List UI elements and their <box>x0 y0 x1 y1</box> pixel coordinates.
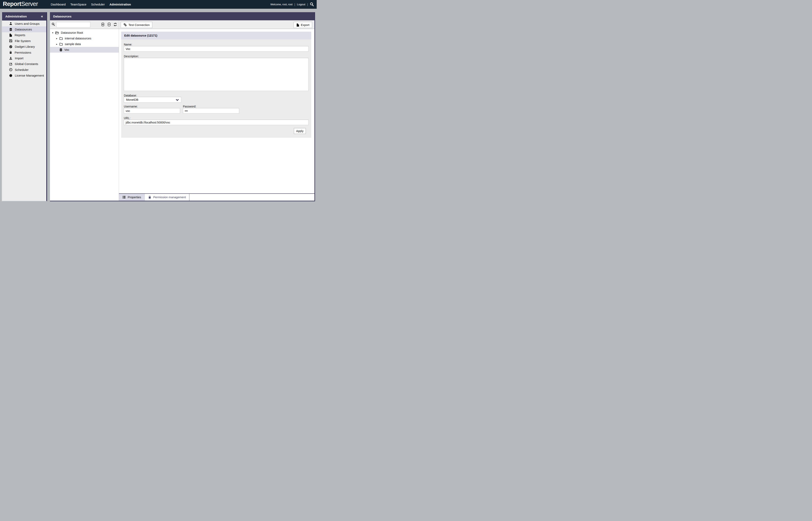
nav-item-teamspace[interactable]: TeamSpace <box>70 3 86 6</box>
nav-item-scheduler[interactable]: Scheduler <box>91 3 105 6</box>
database-icon <box>9 28 13 31</box>
sidebar-item-datasources[interactable]: Datasources <box>2 26 46 32</box>
logout-link[interactable]: Logout <box>297 3 305 6</box>
caret-right-icon[interactable]: ▸ <box>56 37 59 40</box>
sidebar-item-label: Datasources <box>15 28 32 31</box>
logo-light: Server <box>21 1 38 7</box>
search-icon[interactable] <box>310 2 314 6</box>
caret-down-icon[interactable]: ▾ <box>52 31 55 34</box>
tree-node-internal-datasources[interactable]: ▸ internal datasources <box>50 36 119 41</box>
collapse-all-icon <box>107 23 111 26</box>
sidebar-item-label: File System <box>15 39 31 43</box>
sidebar-item-scheduler[interactable]: Scheduler <box>2 67 46 72</box>
export-button[interactable]: Export <box>293 22 312 28</box>
chevron-down-icon <box>176 99 179 101</box>
app-logo: ReportServer <box>3 1 38 7</box>
sidebar-item-global-constants[interactable]: Global Constants <box>2 61 46 67</box>
expand-all-button[interactable] <box>100 23 105 27</box>
sidebar-collapse-icon[interactable]: « <box>41 14 43 19</box>
password-field[interactable] <box>183 108 239 114</box>
refresh-button[interactable] <box>113 23 117 27</box>
sidebar-item-label: Scheduler <box>15 68 29 71</box>
tree-node-sample-data[interactable]: ▸ sample data <box>50 41 119 47</box>
panel-title-text: Datasources <box>53 15 71 18</box>
gauge-icon <box>9 45 13 48</box>
url-label: URL: <box>124 116 130 120</box>
logo-bold: Report <box>3 1 21 7</box>
navbar-right-cluster: Welcome, root, root | Logout | <box>270 0 314 9</box>
name-label: Name: <box>124 43 132 46</box>
lock-icon <box>9 51 12 54</box>
tree-search-input[interactable] <box>56 22 90 27</box>
admin-sidebar: Administration « Users and Groups Dataso… <box>2 12 47 201</box>
test-connection-button[interactable]: Test Connection <box>121 22 152 28</box>
folder-icon <box>59 37 63 40</box>
database-label: Database: <box>124 94 137 97</box>
folder-open-icon <box>55 31 59 35</box>
expand-all-icon <box>101 23 105 26</box>
name-field[interactable] <box>124 46 309 51</box>
sidebar-title: Administration <box>5 15 27 18</box>
welcome-text: Welcome, root, root <box>270 3 292 6</box>
tree-node-label: Voc <box>64 48 69 51</box>
list-icon <box>122 196 126 199</box>
database-selected-value: MonetDB <box>126 98 138 101</box>
user-icon <box>9 22 13 25</box>
tab-label: Properties <box>128 196 141 199</box>
edit-datasource-form: Edit datasource (12171) Name: Descriptio… <box>121 32 311 138</box>
panel-title: Datasources <box>50 12 314 20</box>
sidebar-item-reports[interactable]: Reports <box>2 32 46 38</box>
form-body: Name: Description: Database: MonetDB Use… <box>121 39 311 138</box>
import-icon <box>9 57 13 60</box>
sidebar-item-users-and-groups[interactable]: Users and Groups <box>2 21 46 26</box>
datasources-panel: Datasources ▾ Datasource Root ▸ <box>50 12 315 201</box>
bottom-tabs: Properties Permission management <box>119 194 314 201</box>
form-title: Edit datasource (12171) <box>121 32 311 39</box>
floppy-icon <box>9 39 13 42</box>
tree-main-divider <box>119 20 119 201</box>
test-connection-label: Test Connection <box>128 23 150 27</box>
sidebar-item-file-system[interactable]: File System <box>2 38 46 44</box>
database-icon <box>59 48 63 51</box>
collapse-all-button[interactable] <box>107 23 111 27</box>
sidebar-item-dadget-library[interactable]: Dadget Library <box>2 44 46 49</box>
export-label: Export <box>301 23 309 27</box>
description-field[interactable] <box>124 58 309 91</box>
sidebar-item-label: Reports <box>15 33 25 37</box>
form-title-text: Edit datasource (12171) <box>124 34 157 37</box>
separator: | <box>307 3 308 6</box>
description-label: Description: <box>124 55 139 58</box>
tab-label: Permission management <box>153 196 186 199</box>
database-select[interactable]: MonetDB <box>124 97 181 103</box>
username-label: Username: <box>124 105 138 108</box>
tree-node-voc[interactable]: Voc <box>50 47 119 53</box>
sidebar-item-import[interactable]: Import <box>2 55 46 61</box>
separator: | <box>294 3 295 6</box>
nav-item-administration[interactable]: Administration <box>110 3 131 6</box>
caret-right-icon[interactable]: ▸ <box>56 43 59 45</box>
username-field[interactable] <box>124 108 180 114</box>
nav-item-dashboard[interactable]: Dashboard <box>51 3 66 6</box>
sidebar-item-license-management[interactable]: License Management <box>2 73 46 78</box>
tree-search-icon <box>52 23 55 27</box>
apply-button[interactable]: Apply <box>294 128 306 134</box>
sidebar-item-label: Global Constants <box>15 62 38 66</box>
tab-properties[interactable]: Properties <box>119 194 145 201</box>
sidebar-item-label: Permissions <box>15 51 31 54</box>
tree-node-label: sample data <box>65 42 81 46</box>
sidebar-items: Users and Groups Datasources Reports Fil… <box>2 21 46 78</box>
url-field[interactable] <box>124 120 309 125</box>
refresh-icon <box>113 23 117 26</box>
tree-node-datasource-root[interactable]: ▾ Datasource Root <box>50 30 119 36</box>
datasource-tree: ▾ Datasource Root ▸ internal datasources… <box>50 29 119 201</box>
sidebar-item-label: Dadget Library <box>15 45 35 48</box>
lock-icon <box>148 196 151 199</box>
app-window: ReportServer Dashboard TeamSpace Schedul… <box>0 0 317 203</box>
sidebar-item-permissions[interactable]: Permissions <box>2 49 46 55</box>
tab-permission-management[interactable]: Permission management <box>145 194 189 201</box>
sidebar-item-label: License Management <box>15 74 44 77</box>
clock-icon <box>9 68 13 71</box>
license-burst-icon <box>9 74 13 77</box>
report-file-icon <box>9 33 12 37</box>
main-nav: Dashboard TeamSpace Scheduler Administra… <box>51 0 131 9</box>
